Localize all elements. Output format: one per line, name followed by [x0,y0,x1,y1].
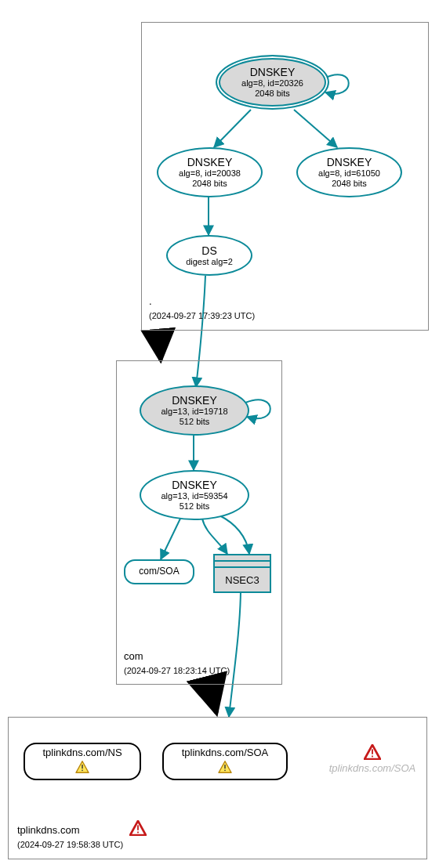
node-sub2: 2048 bits [192,179,227,189]
node-sub1: alg=13, id=59354 [161,491,227,501]
svg-rect-2 [82,765,82,769]
node-label: tplinkdns.com/NS [42,747,122,759]
warning-red-icon [364,744,381,762]
node-sub1: digest alg=2 [186,257,233,267]
svg-rect-6 [372,749,373,754]
node-title: DS [201,244,216,257]
node-label: com/SOA [139,566,179,577]
node-sub2: 2048 bits [255,89,290,99]
node-root-ds: DS digest alg=2 [166,235,252,276]
node-sub2: 512 bits [180,501,210,512]
node-tpl-soa: tplinkdns.com/SOA [162,743,288,780]
svg-rect-5 [224,769,225,770]
svg-rect-4 [224,765,225,769]
node-label-faded: tplinkdns.com/SOA [325,762,419,774]
node-sub1: alg=8, id=61050 [318,168,380,179]
warning-yellow-icon [218,761,232,776]
node-tpl-soa-faded-group: tplinkdns.com/SOA [325,744,419,774]
svg-rect-7 [372,756,373,758]
node-label: tplinkdns.com/SOA [182,747,269,759]
warning-red-icon [129,820,147,838]
zone-root-ts: (2024-09-27 17:39:23 UTC) [149,311,255,320]
node-title: DNSKEY [172,394,217,407]
node-root-zsk2: DNSKEY alg=8, id=61050 2048 bits [296,147,402,197]
node-title: DNSKEY [327,156,372,168]
node-com-zsk: DNSKEY alg=13, id=59354 512 bits [140,470,249,520]
svg-rect-0 [137,825,139,830]
node-sub1: alg=8, id=20038 [179,168,241,179]
warning-yellow-icon [75,761,89,776]
node-label: NSEC3 [225,574,259,586]
zone-com-ts: (2024-09-27 18:23:14 UTC) [124,666,230,675]
svg-rect-1 [137,832,139,834]
svg-rect-3 [82,769,82,770]
zone-tplinkdns-ts: (2024-09-27 19:58:38 UTC) [17,840,123,849]
node-com-soa: com/SOA [124,559,194,584]
node-com-ksk: DNSKEY alg=13, id=19718 512 bits [140,385,249,436]
node-root-ksk: DNSKEY alg=8, id=20326 2048 bits [216,55,329,110]
zone-com-name: com [124,650,143,662]
node-tpl-ns: tplinkdns.com/NS [24,743,141,780]
node-nsec3: NSEC3 [213,554,271,593]
zone-root-name: . [149,295,152,307]
zone-tplinkdns-name: tplinkdns.com [17,824,79,836]
node-title: DNSKEY [187,156,233,168]
node-sub2: 512 bits [180,417,210,427]
node-title: DNSKEY [172,479,217,491]
node-title: DNSKEY [250,66,296,78]
node-sub2: 2048 bits [332,179,367,189]
node-sub1: alg=8, id=20326 [241,78,303,89]
node-root-zsk1: DNSKEY alg=8, id=20038 2048 bits [157,147,263,197]
node-sub1: alg=13, id=19718 [161,407,227,417]
zone-tplinkdns-box [8,717,427,859]
